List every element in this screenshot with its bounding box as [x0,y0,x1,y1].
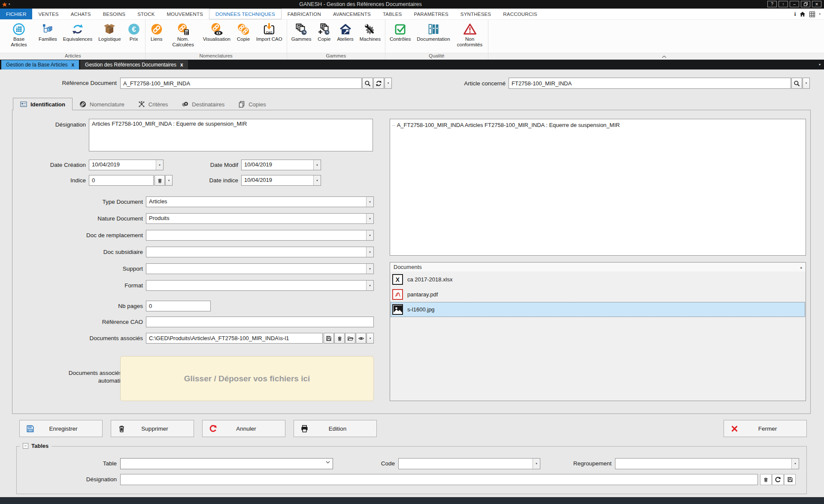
ribbon-item-logistique[interactable]: Logistique [95,21,124,42]
tab-copies[interactable]: Copies [231,98,273,110]
ribbon-item-import-cao[interactable]: CAO Import CAO [253,21,285,42]
ribbon-item-ateliers[interactable]: Ateliers [334,21,356,42]
table-select[interactable] [120,458,333,469]
close-form-button[interactable]: Fermer [724,420,807,437]
close-tab-icon[interactable]: x [180,62,183,68]
chevron-down-icon[interactable]: ▾ [791,459,799,469]
regroupement-select[interactable]: ▾ [615,458,799,469]
table-designation-input[interactable] [120,474,758,485]
file-dropzone[interactable]: Glisser / Déposer vos fichiers ici [120,356,374,401]
type-document-select[interactable]: Articles ▾ [146,196,374,207]
ribbon-item-gammes[interactable]: Gammes [288,21,315,42]
chevron-down-icon[interactable]: ▾ [366,214,373,223]
menu-item-achats[interactable]: ACHATS [65,9,97,19]
close-tab-icon[interactable]: x [71,62,74,68]
ribbon-item-familles[interactable]: Familles [36,21,60,42]
doc-tab-base-articles[interactable]: Gestion de la Base Articles x [1,60,79,69]
chevron-down-icon[interactable]: ▾ [366,264,373,274]
doc-tab-references-documentaires[interactable]: Gestion des Références Documentaires x [80,60,188,69]
edit-button[interactable]: Edition [294,420,377,437]
reference-dropdown-button[interactable]: ▾ [385,78,392,89]
date-modif-picker[interactable]: 10/04/2019 ▾ [241,160,321,170]
delete-document-button[interactable] [334,333,345,344]
sort-asc-icon[interactable]: ▴ [800,265,802,269]
help-button[interactable]: ? [767,1,777,7]
nature-document-select[interactable]: Produits ▾ [146,213,374,224]
chevron-down-icon[interactable]: ▾ [366,247,373,257]
refresh-reference-button[interactable] [373,78,384,89]
menu-item-ventes[interactable]: VENTES [32,9,64,19]
ribbon-item-documentation[interactable]: Documentation [414,21,453,42]
menu-item-tables[interactable]: TABLES [377,9,408,19]
ribbon-item-non-conformites[interactable]: Non conformités [453,21,487,48]
ribbon-item-machines[interactable]: Machines [357,21,384,42]
ribbon-item-nom-calculees[interactable]: Nom. Calculées [167,21,200,48]
open-folder-button[interactable] [345,333,355,344]
tree-item[interactable]: ┈ A_FT2758-100_MIR_INDA Articles FT2758-… [390,119,806,128]
code-select[interactable]: ▾ [398,458,540,469]
close-button[interactable]: × [812,1,821,7]
chevron-down-icon[interactable]: ▾ [366,197,373,207]
documents-column-header[interactable]: Documents ▴ [390,262,806,272]
tab-identification[interactable]: Identification [13,98,73,110]
save-document-button[interactable] [324,333,334,344]
ribbon-item-copie-gammes[interactable]: Copie [314,21,334,42]
calendar-dropdown-icon[interactable]: ▾ [313,175,321,185]
date-indice-picker[interactable]: 10/04/2019 ▾ [241,175,321,186]
support-select[interactable]: ▾ [146,263,374,274]
menu-item-fichier[interactable]: FICHIER [0,9,32,19]
search-reference-button[interactable] [362,78,373,89]
reference-cao-input[interactable] [146,317,374,327]
documents-associes-input[interactable] [146,333,323,344]
table-undo-button[interactable] [772,474,784,485]
ribbon-item-visualisation[interactable]: Visualisation [200,21,233,42]
tab-destinataires[interactable]: Destinataires [175,98,231,110]
cancel-button[interactable]: Annuler [202,420,285,437]
doc-remplacement-select[interactable]: ▾ [146,230,374,241]
reference-document-input[interactable] [120,78,362,89]
menu-item-donnees-techniques[interactable]: DONNÉES TECHNIQUES [209,9,282,19]
clear-indice-button[interactable] [154,175,165,186]
save-button[interactable]: Enregistrer [19,420,103,437]
menu-item-besoins[interactable]: BESOINS [97,9,132,19]
chevron-down-icon[interactable]: ▾ [366,281,373,290]
info-icon[interactable]: i [794,11,796,18]
tab-nomenclature[interactable]: Nomenclature [73,98,131,110]
menu-item-parametres[interactable]: PARAMÈTRES [408,9,454,19]
home-icon[interactable] [800,11,806,17]
grid-view-caret-icon[interactable]: ▾ [819,12,821,16]
format-select[interactable]: ▾ [146,280,374,291]
ribbon-item-controles[interactable]: Contrôles [387,21,414,42]
menu-item-avancements[interactable]: AVANCEMENTS [327,9,377,19]
document-row-jpg[interactable]: s-l1600.jpg [391,302,805,317]
documents-dropdown-button[interactable]: ▾ [367,333,374,344]
grid-view-icon[interactable] [809,12,815,17]
ribbon-item-prix[interactable]: € Prix [124,21,144,42]
menu-item-fabrication[interactable]: FABRICATION [282,9,327,19]
delete-button[interactable]: Supprimer [111,420,194,437]
ribbon-item-base-articles[interactable]: Base Articles [2,21,36,48]
menu-item-syntheses[interactable]: SYNTHÈSES [454,9,497,19]
chevron-down-icon[interactable]: ▾ [533,459,540,469]
article-dropdown-button[interactable]: ▾ [803,78,810,89]
collapse-group-icon[interactable]: − [23,443,28,449]
indice-input[interactable] [89,175,154,186]
date-creation-picker[interactable]: 10/04/2019 ▾ [89,160,164,170]
search-article-button[interactable] [791,78,802,89]
table-delete-button[interactable] [760,474,772,485]
preview-document-button[interactable] [356,333,366,344]
ribbon-item-copie-nomenclature[interactable]: Copie [233,21,253,42]
ribbon-item-liens[interactable]: Liens [147,21,167,42]
calendar-dropdown-icon[interactable]: ▾ [313,160,321,170]
ribbon-collapse-icon[interactable] [662,55,666,58]
designation-textarea[interactable]: Articles FT2758-100_MIR_INDA : Equerre d… [89,119,373,151]
tab-list-caret-icon[interactable]: ▾ [819,63,821,66]
table-save-button[interactable] [784,474,796,485]
menu-item-mouvements[interactable]: MOUVEMENTS [161,9,209,19]
minimize-button[interactable]: – [790,1,799,7]
menu-item-raccourcis[interactable]: RACCOURCIS [497,9,543,19]
restore-button[interactable] [801,1,810,7]
doc-subsidiaire-select[interactable]: ▾ [146,247,374,257]
ribbon-item-equivalences[interactable]: Equivalences [60,21,95,42]
tab-criteres[interactable]: Critères [131,98,175,110]
